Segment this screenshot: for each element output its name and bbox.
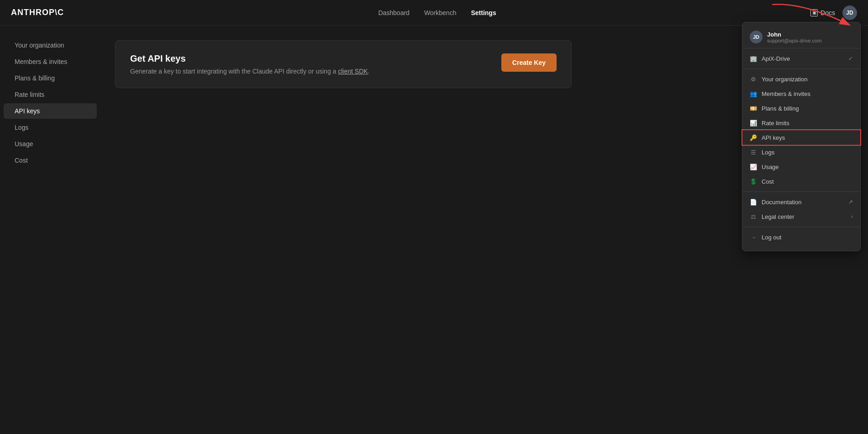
dropdown-section-workspace: 🏢 ApiX-Drive ✓ bbox=[742, 48, 860, 69]
dropdown-item-label: Cost bbox=[762, 178, 774, 185]
sidebar-item-cost[interactable]: Cost bbox=[4, 153, 97, 168]
usage-icon: 📈 bbox=[750, 163, 757, 170]
dropdown-user-name: John bbox=[767, 31, 821, 38]
logout-icon: → bbox=[750, 233, 757, 241]
sidebar-item-members-invites[interactable]: Members & invites bbox=[4, 54, 97, 69]
dropdown-item-label: Documentation bbox=[762, 199, 801, 206]
user-dropdown: JD John support@apix-drive.com 🏢 ApiX-Dr… bbox=[742, 22, 861, 251]
doc-icon: 📄 bbox=[750, 198, 757, 206]
dropdown-item-apix-drive[interactable]: 🏢 ApiX-Drive ✓ bbox=[742, 51, 860, 66]
dropdown-item-your-organization[interactable]: ⚙ Your organization bbox=[742, 72, 860, 86]
dropdown-item-members-invites[interactable]: 👥 Members & invites bbox=[742, 86, 860, 101]
dropdown-item-cost[interactable]: 💲 Cost bbox=[742, 174, 860, 189]
dropdown-user-avatar: JD bbox=[750, 31, 763, 43]
nav-settings[interactable]: Settings bbox=[471, 9, 496, 16]
dropdown-item-api-keys[interactable]: 🔑 API keys bbox=[742, 130, 860, 145]
dropdown-item-label: Log out bbox=[762, 234, 781, 241]
docs-label: Docs bbox=[821, 9, 835, 16]
nav-dashboard[interactable]: Dashboard bbox=[378, 9, 410, 16]
api-keys-card-content: Get API keys Generate a key to start int… bbox=[130, 53, 370, 75]
dropdown-item-label: Members & invites bbox=[762, 90, 810, 97]
dropdown-item-logs[interactable]: ☰ Logs bbox=[742, 145, 860, 159]
dropdown-item-rate-limits[interactable]: 📊 Rate limits bbox=[742, 116, 860, 130]
dropdown-user-info: John support@apix-drive.com bbox=[767, 31, 821, 43]
rate-icon: 📊 bbox=[750, 119, 757, 127]
docs-icon: ▣ bbox=[810, 9, 818, 16]
cost-icon: 💲 bbox=[750, 178, 757, 185]
dropdown-section-logout: → Log out bbox=[742, 227, 860, 247]
check-icon: ✓ bbox=[848, 55, 853, 62]
topnav-right: ▣ Docs JD bbox=[810, 5, 857, 20]
sidebar-item-api-keys[interactable]: API keys bbox=[4, 103, 97, 119]
dropdown-user-section: JD John support@apix-drive.com bbox=[742, 26, 860, 48]
dropdown-section-help: 📄 Documentation ↗ ⚖ Legal center › bbox=[742, 192, 860, 227]
dropdown-item-label: ApiX-Drive bbox=[762, 55, 790, 62]
docs-button[interactable]: ▣ Docs bbox=[810, 9, 835, 16]
billing-icon: 💴 bbox=[750, 105, 757, 112]
dropdown-item-legal-center[interactable]: ⚖ Legal center › bbox=[742, 209, 860, 224]
nav-workbench[interactable]: Workbench bbox=[424, 9, 457, 16]
chevron-right-icon: › bbox=[851, 213, 853, 220]
dropdown-item-label: Rate limits bbox=[762, 120, 789, 127]
dropdown-item-label: Legal center bbox=[762, 213, 794, 220]
sidebar: Your organization Members & invites Plan… bbox=[0, 26, 100, 434]
members-icon: 👥 bbox=[750, 90, 757, 97]
client-sdk-link[interactable]: client SDK bbox=[338, 68, 368, 75]
layout: Your organization Members & invites Plan… bbox=[0, 26, 868, 434]
dropdown-user-email: support@apix-drive.com bbox=[767, 38, 821, 43]
building-icon: 🏢 bbox=[750, 55, 757, 62]
sidebar-item-logs[interactable]: Logs bbox=[4, 120, 97, 135]
api-keys-title: Get API keys bbox=[130, 53, 370, 64]
dropdown-item-usage[interactable]: 📈 Usage bbox=[742, 159, 860, 174]
dropdown-item-label: Logs bbox=[762, 149, 774, 156]
dropdown-item-logout[interactable]: → Log out bbox=[742, 230, 860, 244]
sidebar-item-your-organization[interactable]: Your organization bbox=[4, 37, 97, 53]
logo: ANTHROP\C bbox=[11, 8, 64, 17]
logs-icon: ☰ bbox=[750, 148, 757, 156]
dropdown-item-label: Plans & billing bbox=[762, 105, 799, 112]
legal-icon: ⚖ bbox=[750, 213, 757, 220]
org-icon: ⚙ bbox=[750, 75, 757, 83]
user-avatar[interactable]: JD bbox=[842, 5, 857, 20]
dropdown-section-nav: ⚙ Your organization 👥 Members & invites … bbox=[742, 69, 860, 192]
sidebar-item-plans-billing[interactable]: Plans & billing bbox=[4, 70, 97, 86]
create-key-button[interactable]: Create Key bbox=[501, 53, 557, 72]
dropdown-item-label: Your organization bbox=[762, 76, 808, 83]
dropdown-item-documentation[interactable]: 📄 Documentation ↗ bbox=[742, 195, 860, 209]
sidebar-item-usage[interactable]: Usage bbox=[4, 136, 97, 152]
nav-links: Dashboard Workbench Settings bbox=[378, 9, 496, 16]
dropdown-item-plans-billing[interactable]: 💴 Plans & billing bbox=[742, 101, 860, 116]
key-icon: 🔑 bbox=[750, 134, 757, 141]
api-keys-description: Generate a key to start integrating with… bbox=[130, 68, 370, 75]
external-icon: ↗ bbox=[848, 199, 853, 205]
dropdown-item-label: API keys bbox=[762, 134, 785, 141]
sidebar-item-rate-limits[interactable]: Rate limits bbox=[4, 87, 97, 102]
dropdown-item-label: Usage bbox=[762, 164, 779, 170]
api-keys-card: Get API keys Generate a key to start int… bbox=[115, 40, 572, 88]
topnav: ANTHROP\C Dashboard Workbench Settings ▣… bbox=[0, 0, 868, 26]
